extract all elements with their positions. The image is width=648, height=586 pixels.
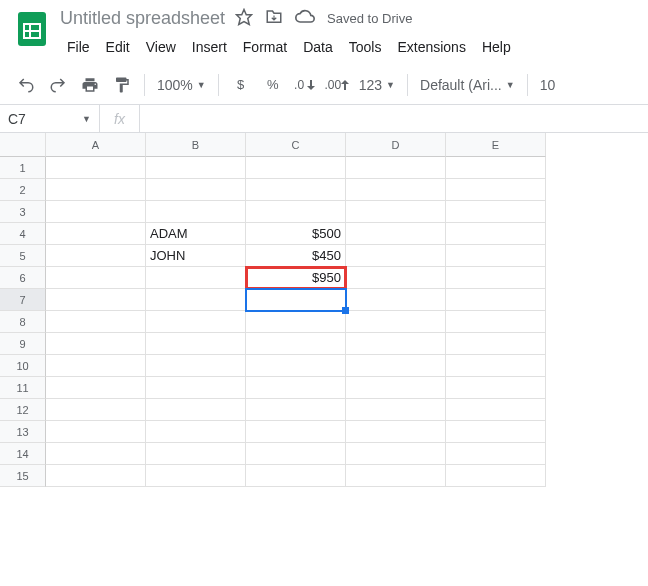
- cloud-saved-icon[interactable]: [295, 8, 315, 29]
- cell-C15[interactable]: [246, 465, 346, 487]
- cell-C4[interactable]: $500: [246, 223, 346, 245]
- decrease-decimal-button[interactable]: .0: [291, 71, 319, 99]
- cell-E2[interactable]: [446, 179, 546, 201]
- cell-E15[interactable]: [446, 465, 546, 487]
- cell-B13[interactable]: [146, 421, 246, 443]
- menu-data[interactable]: Data: [296, 35, 340, 59]
- menu-insert[interactable]: Insert: [185, 35, 234, 59]
- menu-file[interactable]: File: [60, 35, 97, 59]
- print-button[interactable]: [76, 71, 104, 99]
- cell-A2[interactable]: [46, 179, 146, 201]
- cell-A10[interactable]: [46, 355, 146, 377]
- cell-B6[interactable]: [146, 267, 246, 289]
- row-header-12[interactable]: 12: [0, 399, 46, 421]
- cell-C11[interactable]: [246, 377, 346, 399]
- cell-B15[interactable]: [146, 465, 246, 487]
- menu-help[interactable]: Help: [475, 35, 518, 59]
- cell-E1[interactable]: [446, 157, 546, 179]
- sheets-logo-icon[interactable]: [12, 8, 52, 48]
- cell-C14[interactable]: [246, 443, 346, 465]
- cell-D6[interactable]: [346, 267, 446, 289]
- cell-A3[interactable]: [46, 201, 146, 223]
- cell-D14[interactable]: [346, 443, 446, 465]
- menu-tools[interactable]: Tools: [342, 35, 389, 59]
- row-header-5[interactable]: 5: [0, 245, 46, 267]
- cell-D9[interactable]: [346, 333, 446, 355]
- row-header-1[interactable]: 1: [0, 157, 46, 179]
- cell-D13[interactable]: [346, 421, 446, 443]
- cell-C6[interactable]: $950: [246, 267, 346, 289]
- col-header-A[interactable]: A: [46, 133, 146, 157]
- cell-A1[interactable]: [46, 157, 146, 179]
- cell-B4[interactable]: ADAM: [146, 223, 246, 245]
- document-title[interactable]: Untitled spreadsheet: [60, 8, 225, 29]
- cell-B7[interactable]: [146, 289, 246, 311]
- col-header-D[interactable]: D: [346, 133, 446, 157]
- undo-button[interactable]: [12, 71, 40, 99]
- row-header-3[interactable]: 3: [0, 201, 46, 223]
- cell-E10[interactable]: [446, 355, 546, 377]
- cell-E14[interactable]: [446, 443, 546, 465]
- cell-D10[interactable]: [346, 355, 446, 377]
- cell-C10[interactable]: [246, 355, 346, 377]
- cell-B3[interactable]: [146, 201, 246, 223]
- menu-edit[interactable]: Edit: [99, 35, 137, 59]
- cell-C5[interactable]: $450: [246, 245, 346, 267]
- cell-B1[interactable]: [146, 157, 246, 179]
- cell-C2[interactable]: [246, 179, 346, 201]
- select-all-corner[interactable]: [0, 133, 46, 157]
- cell-A7[interactable]: [46, 289, 146, 311]
- number-format-selector[interactable]: 123▼: [355, 77, 399, 93]
- cell-D4[interactable]: [346, 223, 446, 245]
- cell-D7[interactable]: [346, 289, 446, 311]
- cell-D11[interactable]: [346, 377, 446, 399]
- cell-E9[interactable]: [446, 333, 546, 355]
- cell-C3[interactable]: [246, 201, 346, 223]
- cell-D8[interactable]: [346, 311, 446, 333]
- move-icon[interactable]: [265, 8, 283, 29]
- cell-E11[interactable]: [446, 377, 546, 399]
- font-size[interactable]: 10: [536, 77, 560, 93]
- col-header-E[interactable]: E: [446, 133, 546, 157]
- row-header-15[interactable]: 15: [0, 465, 46, 487]
- row-header-14[interactable]: 14: [0, 443, 46, 465]
- cell-B9[interactable]: [146, 333, 246, 355]
- cell-E7[interactable]: [446, 289, 546, 311]
- cell-E3[interactable]: [446, 201, 546, 223]
- cell-C8[interactable]: [246, 311, 346, 333]
- cell-A13[interactable]: [46, 421, 146, 443]
- row-header-9[interactable]: 9: [0, 333, 46, 355]
- cell-D2[interactable]: [346, 179, 446, 201]
- cell-B14[interactable]: [146, 443, 246, 465]
- cell-E5[interactable]: [446, 245, 546, 267]
- cell-D15[interactable]: [346, 465, 446, 487]
- cell-B8[interactable]: [146, 311, 246, 333]
- col-header-B[interactable]: B: [146, 133, 246, 157]
- star-icon[interactable]: [235, 8, 253, 29]
- cell-A5[interactable]: [46, 245, 146, 267]
- selection-handle[interactable]: [342, 307, 349, 314]
- cell-A8[interactable]: [46, 311, 146, 333]
- cell-D1[interactable]: [346, 157, 446, 179]
- row-header-7[interactable]: 7: [0, 289, 46, 311]
- cell-A12[interactable]: [46, 399, 146, 421]
- row-header-11[interactable]: 11: [0, 377, 46, 399]
- cell-A15[interactable]: [46, 465, 146, 487]
- menu-view[interactable]: View: [139, 35, 183, 59]
- col-header-C[interactable]: C: [246, 133, 346, 157]
- cell-A11[interactable]: [46, 377, 146, 399]
- cell-C9[interactable]: [246, 333, 346, 355]
- cell-E13[interactable]: [446, 421, 546, 443]
- cell-B2[interactable]: [146, 179, 246, 201]
- row-header-6[interactable]: 6: [0, 267, 46, 289]
- menu-extensions[interactable]: Extensions: [390, 35, 472, 59]
- cell-A9[interactable]: [46, 333, 146, 355]
- redo-button[interactable]: [44, 71, 72, 99]
- row-header-13[interactable]: 13: [0, 421, 46, 443]
- zoom-selector[interactable]: 100%▼: [153, 77, 210, 93]
- row-header-4[interactable]: 4: [0, 223, 46, 245]
- cell-B12[interactable]: [146, 399, 246, 421]
- cell-B10[interactable]: [146, 355, 246, 377]
- cell-E6[interactable]: [446, 267, 546, 289]
- cell-B11[interactable]: [146, 377, 246, 399]
